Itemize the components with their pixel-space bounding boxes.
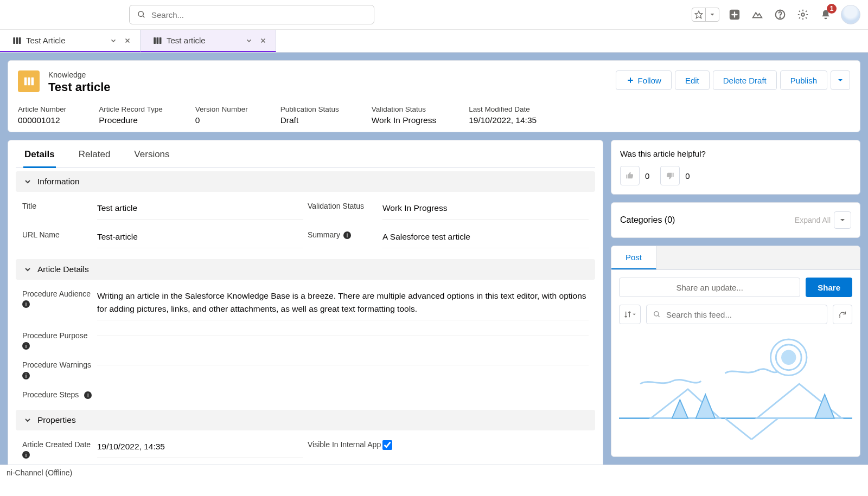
workspace-tab-2[interactable]: Test article [141,30,276,52]
help-button[interactable] [773,7,788,22]
favorites-dropdown[interactable] [706,8,719,21]
meta-label: Article Record Type [99,105,163,113]
field-value: A Salesforce test article [382,228,589,248]
omni-channel-status[interactable]: ni-Channel (Offline) [7,468,72,477]
record-highlights: Article Number000001012 Article Record T… [18,105,850,125]
svg-point-6 [801,13,805,16]
section-title: Properties [37,415,76,425]
header-actions: 1 [692,5,860,24]
tab-dropdown[interactable] [244,36,254,46]
trailhead-icon [751,9,763,21]
sort-icon [623,310,632,319]
favorite-button[interactable] [692,8,705,21]
close-icon [124,37,131,44]
tab-close[interactable] [258,36,268,46]
share-button[interactable]: Share [806,278,852,297]
section-article-details[interactable]: Article Details [16,259,595,280]
meta-label: Last Modified Date [469,105,537,113]
visible-internal-checkbox[interactable] [382,440,392,450]
up-count: 0 [645,171,649,181]
caret-down-icon [837,77,844,83]
delete-draft-button[interactable]: Delete Draft [713,70,777,90]
thumbs-up-button[interactable] [620,166,640,185]
info-icon[interactable]: i [22,300,30,308]
svg-rect-7 [13,37,15,44]
svg-rect-10 [154,37,156,44]
section-properties[interactable]: Properties [16,410,595,430]
svg-rect-15 [31,78,34,86]
publish-button[interactable]: Publish [780,70,827,90]
search-icon [653,311,661,318]
thumbs-down-icon [666,171,674,180]
page-title: Test article [48,80,111,94]
svg-rect-12 [159,37,162,44]
section-information[interactable]: Information [16,171,595,192]
expand-all-link[interactable]: Expand All [795,216,831,224]
svg-marker-2 [695,11,702,18]
chevron-down-icon [23,265,32,274]
info-icon[interactable]: i [22,451,30,459]
svg-line-17 [658,315,660,317]
landscape-illustration-icon [619,324,852,449]
svg-rect-8 [16,37,18,44]
info-icon[interactable]: i [22,342,30,350]
meta-value: 0 [195,115,248,125]
thumbs-up-icon [626,171,634,180]
info-icon[interactable]: i [84,391,92,399]
edit-button[interactable]: Edit [675,70,710,90]
field-value [382,438,589,458]
meta-label: Version Number [195,105,248,113]
field-label: Title [22,199,97,210]
field-label: Procedure Steps i [22,388,97,399]
detail-tabs: Details Related Versions [16,148,595,168]
categories-dropdown[interactable] [834,211,851,229]
field-label: Procedure Warningsi [22,358,97,379]
tab-versions[interactable]: Versions [133,149,170,168]
search-icon [137,10,146,19]
chevron-down-icon [23,177,32,186]
chatter-feed: Post Share an update... Share [611,246,860,457]
tab-related[interactable]: Related [78,149,112,168]
field-value: Test-article [97,228,303,248]
meta-label: Article Number [18,105,66,113]
feed-search[interactable] [646,305,827,324]
thumbs-down-button[interactable] [660,166,680,185]
notifications-button[interactable]: 1 [818,7,833,22]
favorites-combo[interactable] [692,8,719,22]
feed-refresh-button[interactable] [833,305,852,324]
feed-tab-post[interactable]: Post [611,246,656,269]
meta-label: Validation Status [372,105,436,113]
helpful-title: Was this article helpful? [620,149,851,158]
info-icon[interactable]: i [22,372,30,379]
tab-dropdown[interactable] [108,36,118,46]
meta-value: 19/10/2022, 14:35 [469,115,537,125]
field-label: Procedure Purposei [22,329,97,350]
workspace-tab-1[interactable]: Test Article [0,30,141,52]
refresh-icon [838,310,847,319]
page-body: Knowledge Test article Follow Edit Delet… [0,53,868,465]
info-icon[interactable]: i [343,231,351,239]
global-search[interactable] [129,5,374,24]
feed-search-input[interactable] [666,310,820,319]
tab-close[interactable] [123,36,132,46]
svg-point-0 [138,11,143,16]
global-search-input[interactable] [151,10,366,20]
tab-details[interactable]: Details [23,149,56,168]
share-input[interactable]: Share an update... [619,278,800,297]
follow-button[interactable]: Follow [616,70,672,90]
field-label: Article Created Datei [22,438,97,459]
sidebar: Was this article helpful? 0 0 Categories… [611,140,860,457]
user-avatar[interactable] [841,5,860,24]
global-add-button[interactable] [727,7,742,22]
setup-button[interactable] [795,7,810,22]
helpful-card: Was this article helpful? 0 0 [611,140,860,195]
svg-rect-13 [24,78,27,86]
salesforce-help-button[interactable] [750,7,765,22]
section-title: Information [37,177,80,186]
caret-down-icon [839,217,846,223]
more-actions-button[interactable] [831,70,850,90]
field-value [97,388,589,395]
field-value [97,329,589,336]
field-label: Validation Status [308,199,382,210]
feed-sort-button[interactable] [619,305,641,324]
